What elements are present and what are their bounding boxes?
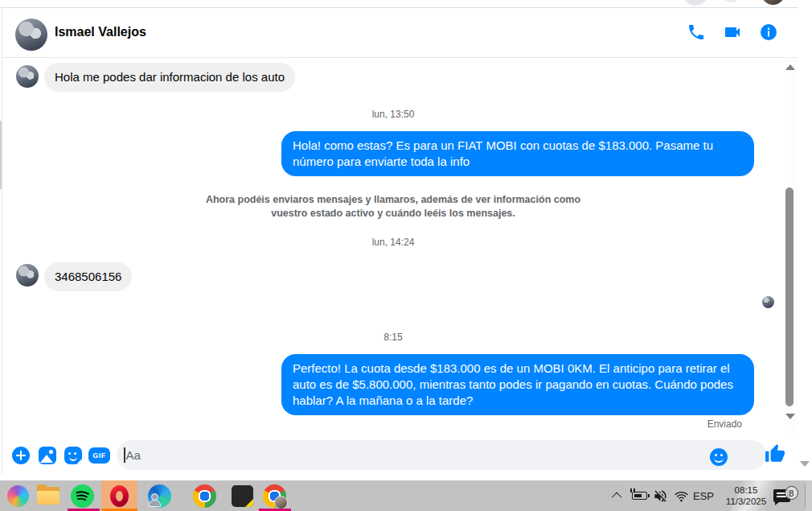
emoji-icon[interactable] [710, 448, 728, 466]
chrome-icon [193, 484, 216, 508]
outgoing-message: Hola! como estas? Es para un FIAT MOBI c… [281, 131, 754, 176]
photo-attach-icon[interactable] [39, 447, 56, 464]
outer-scroll-down-arrow-icon[interactable] [800, 461, 810, 467]
sent-status: Enviado [707, 418, 742, 430]
tray-network[interactable] [674, 480, 689, 511]
taskbar-app-opera[interactable] [101, 480, 137, 511]
message-composer: GIF [2, 439, 798, 472]
tray-time: 08:15 [735, 484, 758, 496]
copilot-icon [7, 485, 29, 507]
page-left-edge [0, 121, 2, 189]
sender-avatar [16, 65, 39, 88]
tray-action-center[interactable]: 8 [773, 480, 790, 511]
battery-charging-icon [632, 492, 647, 500]
outgoing-message: Perfecto! La cuota desde $183.000 es de … [281, 354, 754, 415]
taskbar-app-edge[interactable] [143, 480, 175, 511]
timestamp: lun, 14:24 [2, 237, 784, 248]
system-message: Ahora podéis enviaros mensajes y llamaro… [201, 193, 585, 220]
scroll-down-arrow-icon[interactable] [785, 414, 795, 419]
scrollbar-thumb[interactable] [785, 188, 794, 406]
info-icon [759, 23, 778, 42]
tray-clock[interactable]: 08:15 11/3/2025 [722, 480, 770, 511]
contact-name[interactable]: Ismael Vallejos [55, 25, 146, 39]
sender-avatar [16, 264, 39, 286]
tray-volume[interactable] [653, 480, 668, 511]
top-cutoff-strip [0, 0, 812, 7]
taskbar-app-file-explorer[interactable] [32, 480, 64, 511]
message-list: Hola me podes dar informacion de los aut… [2, 58, 784, 439]
message-input-pill[interactable] [117, 440, 766, 470]
tray-show-hidden-icons[interactable] [614, 480, 621, 511]
tray-date: 11/3/2025 [726, 496, 766, 507]
screen: Ismael Vallejos Hola me podes dar inform… [0, 0, 812, 511]
plus-icon[interactable] [12, 447, 30, 464]
windows-taskbar: ESP 08:15 11/3/2025 8 [0, 480, 812, 511]
wifi-icon [674, 488, 689, 504]
taskbar-app-spotify[interactable] [66, 480, 98, 511]
show-desktop-button[interactable] [806, 480, 812, 511]
file-explorer-icon [37, 487, 59, 505]
opera-icon [110, 485, 129, 507]
thumbs-up-icon[interactable] [765, 443, 785, 464]
text-caret [124, 447, 125, 463]
contact-avatar[interactable] [15, 19, 47, 51]
video-call-button[interactable] [723, 23, 742, 42]
taskbar-app-chrome-profile[interactable] [258, 480, 290, 511]
cutoff-nav-button [719, 0, 743, 2]
taskbar-app-copilot[interactable] [2, 480, 34, 511]
tray-battery[interactable] [632, 480, 647, 511]
notification-badge: 8 [785, 486, 798, 500]
incoming-message: Hola me podes dar informacion de los aut… [44, 63, 295, 92]
edge-icon [148, 484, 171, 508]
gif-icon[interactable]: GIF [88, 447, 110, 464]
chat-header: Ismael Vallejos [2, 8, 798, 58]
message-input[interactable] [126, 448, 767, 462]
scroll-up-arrow-icon[interactable] [785, 64, 795, 70]
incoming-message: 3468506156 [44, 262, 132, 291]
tray-language[interactable]: ESP [693, 480, 714, 511]
voice-call-button[interactable] [687, 23, 706, 42]
timestamp: 8:15 [2, 332, 784, 343]
cutoff-nav-button [683, 0, 708, 6]
sticker-icon[interactable] [64, 447, 82, 464]
seen-indicator-avatar [762, 296, 774, 308]
video-icon [723, 23, 742, 42]
notes-icon [232, 485, 253, 507]
spotify-icon [71, 484, 94, 508]
taskbar-app-chrome[interactable] [188, 480, 220, 511]
cutoff-profile-avatar [761, 0, 785, 5]
outer-scroll-column [798, 7, 812, 480]
taskbar-app-notes[interactable] [226, 480, 258, 511]
phone-icon [687, 23, 706, 42]
volume-muted-icon [653, 488, 668, 504]
chat-scrollbar[interactable] [784, 58, 798, 439]
chevron-up-icon [612, 492, 622, 502]
timestamp: lun, 13:50 [2, 109, 784, 120]
conversation-info-button[interactable] [759, 23, 778, 42]
chrome-profile-icon [263, 484, 286, 508]
